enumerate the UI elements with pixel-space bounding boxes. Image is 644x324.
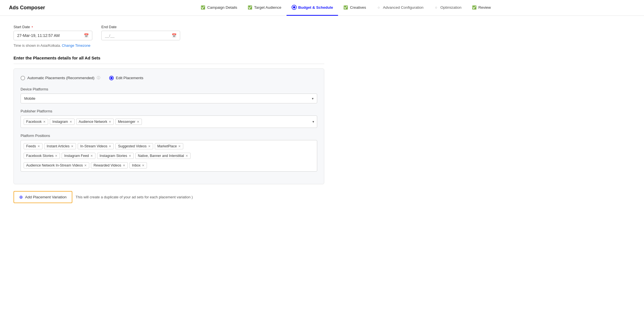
plus-circle-icon: ⊕ xyxy=(19,194,23,200)
end-date-input[interactable]: __/__ 📅 xyxy=(101,31,180,40)
section-title: Enter the Placements details for all Ad … xyxy=(14,56,324,64)
change-timezone-link[interactable]: Change Timezone xyxy=(62,44,90,48)
placement-card: Automatic Placements (Recommended) ⓘ Edi… xyxy=(14,68,324,184)
tab-campaign-details[interactable]: ✅ Campaign Details xyxy=(195,0,242,16)
device-platforms-select[interactable]: Mobile ▾ xyxy=(21,94,317,103)
position-tag-marketplace: MarketPlace ✕ xyxy=(155,143,183,149)
add-variation-row: ⊕ Add Placement Variation This will crea… xyxy=(14,191,324,203)
tab-review[interactable]: ✅ Review xyxy=(467,0,496,16)
app-title: Ads Composer xyxy=(9,5,45,11)
start-date-input[interactable]: 27-Mar-19, 11:12:57 AM 📅 xyxy=(14,31,92,40)
device-platforms-label: Device Platforms xyxy=(21,87,317,91)
remove-native-banner-interstitial[interactable]: ✕ xyxy=(185,154,188,157)
position-tag-facebook-stories: Facebook Stories ✕ xyxy=(24,153,60,159)
start-date-field: Start Date • 27-Mar-19, 11:12:57 AM 📅 xyxy=(14,25,92,40)
check-icon: ✅ xyxy=(247,5,252,10)
start-date-label: Start Date • xyxy=(14,25,92,29)
tab-label: Target Audience xyxy=(254,5,281,10)
info-icon[interactable]: ⓘ xyxy=(97,76,100,80)
publisher-tag-facebook: Facebook ✕ xyxy=(24,119,48,125)
tab-creatives[interactable]: ✅ Creatives xyxy=(338,0,371,16)
remove-messenger[interactable]: ✕ xyxy=(137,120,139,123)
publisher-platforms-input[interactable]: Facebook ✕ Instagram ✕ Audience Network … xyxy=(21,116,317,128)
tab-label: Creatives xyxy=(350,5,366,10)
position-tag-inbox: Inbox ✕ xyxy=(129,162,147,168)
position-tag-instant-articles: Instant Articles ✕ xyxy=(44,143,76,149)
remove-audience-network[interactable]: ✕ xyxy=(109,120,111,123)
position-tag-instagram-feed: Instagram Feed ✕ xyxy=(62,153,95,159)
publisher-tag-messenger: Messenger ✕ xyxy=(115,119,142,125)
calendar-icon: 📅 xyxy=(84,33,89,38)
check-icon: ✅ xyxy=(343,5,348,10)
platform-positions-label: Platform Positions xyxy=(21,134,317,138)
circle-icon: ○ xyxy=(376,5,381,10)
radio-checked xyxy=(109,76,114,80)
publisher-tag-audience-network: Audience Network ✕ xyxy=(76,119,114,125)
tab-label: Campaign Details xyxy=(207,5,237,10)
auto-placements-label: Automatic Placements (Recommended) xyxy=(27,76,95,80)
end-date-field: End Date __/__ 📅 xyxy=(101,25,180,40)
edit-placements-radio[interactable]: Edit Placements xyxy=(109,76,144,80)
tab-label: Optimization xyxy=(440,5,462,10)
publisher-tag-instagram: Instagram ✕ xyxy=(50,119,75,125)
chevron-down-icon: ▾ xyxy=(312,97,314,101)
check-icon: ✅ xyxy=(200,5,205,10)
position-tag-suggested-videos: Suggested Videos ✕ xyxy=(115,143,153,149)
nav-steps: ✅ Campaign Details ✅ Target Audience Bud… xyxy=(56,0,635,16)
add-placement-variation-button[interactable]: ⊕ Add Placement Variation xyxy=(14,191,72,203)
tab-optimization[interactable]: ○ Optimization xyxy=(429,0,467,16)
position-tag-instream-videos: In-Stream Videos ✕ xyxy=(78,143,114,149)
timezone-note: Time is shown in Asia/Kolkata. Change Ti… xyxy=(14,44,324,48)
check-icon: ✅ xyxy=(472,5,477,10)
remove-instant-articles[interactable]: ✕ xyxy=(71,145,73,148)
required-indicator: • xyxy=(32,25,33,29)
active-step-icon xyxy=(292,5,297,10)
remove-audience-instream[interactable]: ✕ xyxy=(84,164,87,167)
end-date-label: End Date xyxy=(101,25,180,29)
device-platforms-field: Device Platforms Mobile ▾ xyxy=(21,87,317,103)
remove-instagram-feed[interactable]: ✕ xyxy=(90,154,93,157)
position-tag-instagram-stories: Instagram Stories ✕ xyxy=(97,153,134,159)
remove-instagram[interactable]: ✕ xyxy=(70,120,72,123)
add-variation-note: This will create a duplicate of your ad … xyxy=(76,195,193,199)
remove-marketplace[interactable]: ✕ xyxy=(178,145,181,148)
platform-positions-field: Platform Positions Feeds ✕ Instant Artic… xyxy=(21,134,317,172)
device-platforms-value: Mobile xyxy=(24,96,35,101)
start-date-value: 27-Mar-19, 11:12:57 AM xyxy=(17,33,60,38)
remove-rewarded-videos[interactable]: ✕ xyxy=(123,164,125,167)
position-tag-audience-instream: Audience Network In-Stream Videos ✕ xyxy=(24,162,89,168)
tab-budget-schedule[interactable]: Budget & Schedule xyxy=(287,0,338,16)
main-content: Start Date • 27-Mar-19, 11:12:57 AM 📅 En… xyxy=(0,16,338,212)
remove-facebook-stories[interactable]: ✕ xyxy=(55,154,57,157)
position-tag-feeds: Feeds ✕ xyxy=(24,143,43,149)
chevron-down-icon: ▾ xyxy=(312,120,314,124)
remove-instream-videos[interactable]: ✕ xyxy=(109,145,111,148)
tab-label: Review xyxy=(478,5,491,10)
remove-feeds[interactable]: ✕ xyxy=(37,145,40,148)
tab-label: Advanced Configuration xyxy=(383,5,423,10)
add-variation-label: Add Placement Variation xyxy=(25,195,67,199)
radio-unchecked xyxy=(21,76,25,80)
publisher-platforms-label: Publisher Platforms xyxy=(21,109,317,113)
remove-suggested-videos[interactable]: ✕ xyxy=(148,145,151,148)
position-tag-native-banner-interstitial: Native, Banner and Interstitial ✕ xyxy=(135,153,191,159)
platform-positions-input[interactable]: Feeds ✕ Instant Articles ✕ In-Stream Vid… xyxy=(21,140,317,172)
tab-target-audience[interactable]: ✅ Target Audience xyxy=(242,0,287,16)
position-tag-rewarded-videos: Rewarded Videos ✕ xyxy=(91,162,128,168)
publisher-platforms-field: Publisher Platforms Facebook ✕ Instagram… xyxy=(21,109,317,128)
remove-facebook[interactable]: ✕ xyxy=(43,120,46,123)
date-row: Start Date • 27-Mar-19, 11:12:57 AM 📅 En… xyxy=(14,25,324,40)
edit-placements-label: Edit Placements xyxy=(116,76,144,80)
remove-instagram-stories[interactable]: ✕ xyxy=(129,154,131,157)
auto-placements-radio[interactable]: Automatic Placements (Recommended) ⓘ xyxy=(21,76,100,80)
app-header: Ads Composer ✅ Campaign Details ✅ Target… xyxy=(0,0,644,16)
calendar-icon: 📅 xyxy=(172,33,176,38)
remove-inbox[interactable]: ✕ xyxy=(142,164,144,167)
circle-icon: ○ xyxy=(434,5,439,10)
placement-mode-row: Automatic Placements (Recommended) ⓘ Edi… xyxy=(21,76,317,80)
tab-advanced-configuration[interactable]: ○ Advanced Configuration xyxy=(371,0,428,16)
end-date-placeholder: __/__ xyxy=(105,34,115,38)
tab-label: Budget & Schedule xyxy=(298,5,333,10)
